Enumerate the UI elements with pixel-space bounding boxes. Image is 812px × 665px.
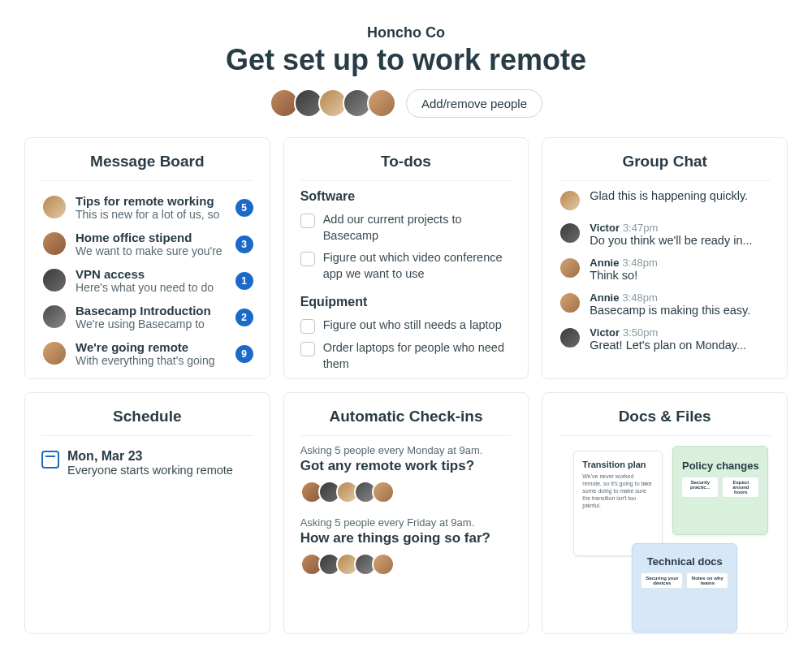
doc-policy-changes[interactable]: Policy changes Security practic... Expec… [672, 446, 768, 535]
checkbox[interactable] [300, 342, 315, 356]
avatar [559, 222, 581, 244]
checkin-question: How are things going so far? [300, 530, 512, 546]
comment-count-badge: 5 [235, 199, 253, 217]
message-title: Basecamp Introduction [76, 304, 227, 317]
todo-text: Figure out which video conference app we… [323, 250, 512, 282]
doc-technical-docs[interactable]: Technical docs Securing your devices Not… [632, 543, 737, 633]
checkin-meta: Asking 5 people every Friday at 9am. [300, 516, 512, 529]
checkbox[interactable] [300, 319, 315, 334]
mini-card-title: Securing your devices [645, 576, 679, 585]
checkin-avatars [300, 553, 512, 576]
todo-text: Order laptops for people who need them [323, 340, 512, 372]
doc-title: Transition plan [582, 460, 654, 469]
chat-text: Do you think we'll be ready in... [590, 234, 771, 247]
avatar[interactable] [367, 89, 396, 118]
message-item[interactable]: We're going remote With everything that'… [41, 335, 253, 372]
checkbox[interactable] [300, 252, 315, 266]
chat-message: Annie3:48pm Think so! [559, 252, 771, 287]
avatar [41, 267, 67, 293]
mini-card-title: Notes on why teams [690, 576, 724, 585]
avatar [559, 189, 581, 212]
todo-group-title[interactable]: Software [300, 189, 512, 204]
chat-time: 3:47pm [623, 222, 658, 234]
avatar [559, 291, 581, 314]
message-item[interactable]: Basecamp Introduction We're using Baseca… [41, 299, 253, 335]
message-snippet: With everything that's going [76, 354, 227, 367]
project-title: Get set up to work remote [24, 43, 788, 77]
todo-item[interactable]: Order laptops for people who need them [300, 337, 512, 375]
todo-item[interactable]: Figure out who still needs a laptop [300, 314, 512, 337]
message-snippet: This is new for a lot of us, so [76, 208, 227, 221]
card-title: Message Board [41, 153, 253, 181]
todo-group-title[interactable]: Equipment [300, 295, 512, 309]
card-title: To-dos [300, 153, 512, 181]
todo-item[interactable]: put together list of [300, 375, 512, 379]
schedule-date: Mon, Mar 23 [67, 449, 233, 464]
card-title: Schedule [41, 408, 253, 436]
card-checkins[interactable]: Automatic Check-ins Asking 5 people ever… [283, 392, 529, 634]
card-schedule[interactable]: Schedule Mon, Mar 23 Everyone starts wor… [24, 392, 270, 634]
message-title: Tips for remote working [76, 194, 227, 208]
doc-body: We've never worked remote, so it's going… [582, 473, 654, 509]
chat-author: Annie [590, 291, 619, 304]
avatar [372, 553, 395, 576]
people-row: Add/remove people [24, 89, 788, 118]
mini-card-title: Expect around hours [726, 480, 755, 494]
message-item[interactable]: Tips for remote working This is new for … [41, 189, 253, 226]
chat-author: Victor [590, 326, 620, 339]
mini-card-title: Security practic... [685, 480, 715, 490]
card-group-chat[interactable]: Group Chat Glad this is happening quickl… [542, 137, 788, 379]
chat-text: Glad this is happening quickly. [590, 189, 771, 202]
chat-time: 3:48pm [622, 291, 657, 304]
message-snippet: Here's what you need to do [76, 281, 227, 294]
chat-time: 3:48pm [622, 257, 657, 269]
schedule-item[interactable]: Mon, Mar 23 Everyone starts working remo… [41, 444, 253, 481]
avatar [41, 304, 67, 330]
message-title: VPN access [76, 267, 227, 281]
card-docs-files[interactable]: Docs & Files Transition plan We've never… [542, 392, 788, 634]
card-title: Docs & Files [559, 408, 771, 436]
doc-title: Policy changes [681, 460, 759, 472]
doc-title: Technical docs [641, 555, 728, 568]
project-avatars [270, 89, 396, 118]
company-name: Honcho Co [24, 24, 788, 41]
card-title: Group Chat [559, 153, 771, 181]
checkin-avatars [300, 481, 512, 503]
comment-count-badge: 9 [235, 345, 253, 363]
card-todos[interactable]: To-dos Software Add our current projects… [283, 137, 529, 379]
message-title: We're going remote [76, 340, 227, 354]
todo-text: put together list of [323, 378, 417, 379]
comment-count-badge: 3 [235, 235, 253, 253]
checkin-block[interactable]: Asking 5 people every Friday at 9am. How… [300, 516, 512, 576]
chat-message: Annie3:48pm Basecamp is making this easy… [559, 287, 771, 322]
add-remove-people-button[interactable]: Add/remove people [406, 89, 542, 118]
comment-count-badge: 2 [235, 309, 253, 326]
calendar-icon [41, 451, 59, 469]
avatar [372, 481, 395, 503]
chat-text: Basecamp is making this easy. [590, 304, 771, 317]
checkin-question: Got any remote work tips? [300, 458, 512, 474]
message-item[interactable]: Home office stipend We want to make sure… [41, 226, 253, 262]
message-title: Home office stipend [76, 231, 227, 244]
avatar [559, 326, 581, 349]
chat-message: Victor3:47pm Do you think we'll be ready… [559, 217, 771, 252]
todo-item[interactable]: Add our current projects to Basecamp [300, 209, 512, 247]
todo-text: Add our current projects to Basecamp [323, 212, 512, 244]
chat-text: Think so! [590, 269, 771, 282]
checkbox[interactable] [300, 214, 315, 228]
checkin-block[interactable]: Asking 5 people every Monday at 9am. Got… [300, 444, 512, 503]
todo-text: Figure out who still needs a laptop [323, 317, 502, 334]
doc-transition-plan[interactable]: Transition plan We've never worked remot… [573, 451, 663, 556]
avatar [41, 231, 67, 257]
chat-author: Annie [590, 257, 619, 269]
card-message-board[interactable]: Message Board Tips for remote working Th… [24, 137, 270, 379]
chat-time: 3:50pm [623, 326, 658, 339]
avatar [559, 257, 581, 279]
message-item[interactable]: VPN access Here's what you need to do 1 [41, 262, 253, 299]
todo-item[interactable]: Figure out which video conference app we… [300, 247, 512, 285]
chat-author: Victor [590, 222, 620, 234]
schedule-desc: Everyone starts working remote [67, 464, 233, 477]
avatar [41, 340, 67, 366]
avatar [41, 194, 67, 220]
message-snippet: We're using Basecamp to [76, 317, 227, 330]
